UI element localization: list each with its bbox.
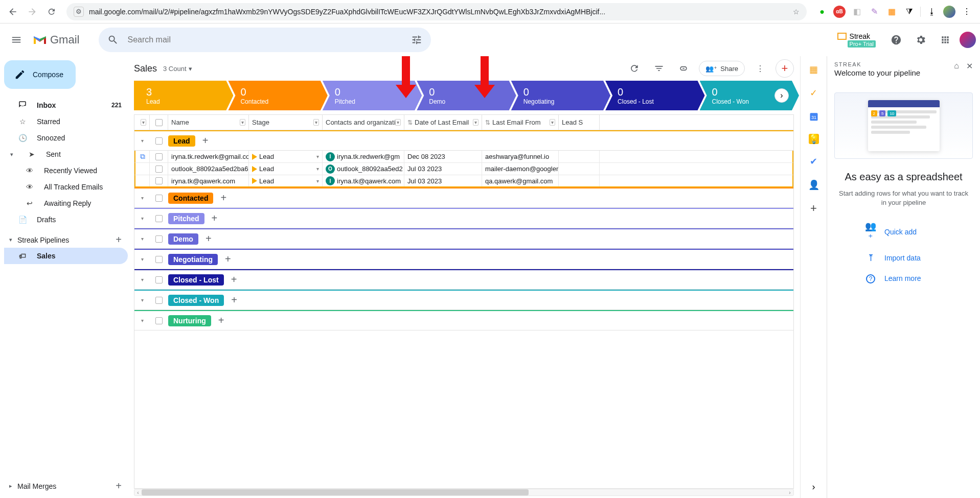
main-menu-button[interactable] (4, 28, 29, 52)
rail-streak-icon[interactable]: ▦ (808, 63, 820, 76)
group-row-lead[interactable]: ▾Lead+ (134, 130, 793, 151)
forward-button[interactable] (24, 3, 41, 20)
funnel-scroll-right[interactable]: › (774, 88, 789, 103)
panel-close-icon[interactable]: ✕ (966, 61, 973, 71)
rail-calendar-icon[interactable]: 31 (808, 110, 820, 123)
cell-name[interactable]: iryna.tk.redwerk@gmail.com (168, 151, 249, 162)
add-pipeline-button[interactable]: + (116, 234, 122, 246)
chevron-down-icon[interactable]: ▾ (134, 318, 150, 323)
header-check[interactable] (150, 115, 168, 130)
link-button[interactable] (674, 59, 693, 78)
compose-button[interactable]: Compose (4, 60, 76, 89)
group-add-button[interactable]: + (212, 212, 218, 224)
pipelines-section-header[interactable]: ▾ Streak Pipelines + (4, 232, 128, 248)
header-contacts[interactable]: Contacts and organizations▾ (323, 115, 404, 130)
chevron-down-icon[interactable]: ▾ (134, 216, 150, 221)
group-add-button[interactable]: + (220, 192, 226, 204)
rail-contacts-icon[interactable]: 👤 (808, 179, 820, 191)
refresh-button[interactable] (625, 59, 644, 78)
rail-check-icon[interactable]: ✓ (808, 87, 820, 99)
nav-item-all-tracked-emails[interactable]: 👁All Tracked Emails (4, 179, 128, 195)
pipeline-item-sales[interactable]: 🏷 Sales (4, 248, 128, 264)
nav-item-awaiting-reply[interactable]: ↩Awaiting Reply (4, 195, 128, 211)
rail-keep-icon[interactable]: 💡 (809, 134, 819, 144)
chevron-down-icon[interactable]: ▾ (134, 256, 150, 262)
nav-item-recently-viewed[interactable]: 👁Recently Viewed (4, 162, 128, 179)
rail-tasks-icon[interactable]: ✔ (808, 155, 820, 168)
chevron-down-icon[interactable]: ▾ (134, 138, 150, 144)
header-stage[interactable]: Stage▾ (249, 115, 323, 130)
group-row-closed-won[interactable]: ▾Closed - Won+ (134, 290, 793, 310)
profile-avatar-icon[interactable] (943, 6, 955, 18)
rail-add-icon[interactable]: + (808, 202, 820, 215)
cell-name[interactable]: iryna.tk@qawerk.com (168, 175, 249, 186)
group-row-negotiating[interactable]: ▾Negotiating+ (134, 249, 793, 269)
ext-icon-1[interactable]: ● (816, 6, 828, 18)
group-row-nurturing[interactable]: ▾Nurturing+ (134, 310, 793, 330)
scroll-right-icon[interactable]: › (786, 490, 793, 495)
group-checkbox[interactable] (150, 137, 168, 145)
group-add-button[interactable]: + (225, 253, 231, 265)
filter-button[interactable] (650, 59, 668, 78)
add-box-button[interactable]: + (776, 59, 794, 78)
cell-leadsource[interactable] (559, 175, 600, 186)
rail-collapse-icon[interactable]: › (808, 481, 820, 493)
chevron-down-icon[interactable]: ▾ (134, 236, 150, 242)
cell-stage[interactable]: Lead▾ (249, 175, 323, 186)
cell-stage[interactable]: Lead▾ (249, 163, 323, 175)
group-add-button[interactable]: + (231, 294, 237, 306)
row-checkbox[interactable] (150, 175, 168, 186)
browser-menu-icon[interactable]: ⋮ (961, 6, 973, 18)
group-row-demo[interactable]: ▾Demo+ (134, 228, 793, 249)
help-icon[interactable] (886, 30, 906, 50)
ext-icon-3[interactable]: ◧ (851, 6, 863, 18)
gmail-logo[interactable]: Gmail (33, 33, 79, 46)
funnel-stage-demo[interactable]: 0Demo (417, 81, 516, 110)
group-add-button[interactable]: + (206, 233, 212, 245)
group-row-contacted[interactable]: ▾Contacted+ (134, 187, 793, 208)
header-from[interactable]: ⇅Last Email From▾ (482, 115, 559, 130)
group-checkbox[interactable] (150, 215, 168, 222)
funnel-stage-contacted[interactable]: 0Contacted (228, 81, 327, 110)
header-name[interactable]: Name▾ (168, 115, 249, 130)
extensions-menu-icon[interactable]: ⧩ (903, 6, 915, 18)
scroll-thumb[interactable] (142, 489, 529, 495)
nav-item-snoozed[interactable]: 🕓Snoozed (4, 130, 128, 146)
panel-action-quick-add[interactable]: 👥⁺Quick add (834, 221, 973, 243)
group-add-button[interactable]: + (218, 315, 224, 326)
search-box[interactable] (99, 28, 431, 52)
group-checkbox[interactable] (150, 235, 168, 243)
funnel-stage-closed-lost[interactable]: 0Closed - Lost (605, 81, 704, 110)
site-settings-icon[interactable]: ⚙ (74, 7, 84, 17)
ext-icon-4[interactable]: ✎ (868, 6, 880, 18)
url-bar[interactable]: ⚙ mail.google.com/mail/u/2/#pipeline/agx… (66, 3, 807, 20)
header-date[interactable]: ⇅Date of Last Email▾ (404, 115, 482, 130)
row-action[interactable] (135, 175, 150, 186)
popout-icon[interactable]: ⧉ (140, 152, 145, 161)
streak-header-badge[interactable]: Streak Pro+ Trial (837, 32, 876, 48)
back-button[interactable] (4, 3, 21, 20)
count-selector[interactable]: 3 Count ▾ (163, 65, 192, 73)
funnel-stage-negotiating[interactable]: 0Negotiating (511, 81, 610, 110)
chevron-down-icon[interactable]: ▾ (134, 277, 150, 282)
horizontal-scrollbar[interactable]: ‹ › (134, 489, 794, 496)
row-checkbox[interactable] (150, 163, 168, 175)
nav-item-drafts[interactable]: 📄Drafts (4, 211, 128, 228)
cell-leadsource[interactable] (559, 163, 600, 175)
ext-icon-5[interactable]: ▦ (885, 6, 898, 18)
row-checkbox[interactable] (150, 151, 168, 162)
reload-button[interactable] (43, 3, 60, 20)
group-add-button[interactable]: + (231, 274, 237, 286)
search-input[interactable] (123, 35, 406, 44)
cell-stage[interactable]: Lead▾ (249, 151, 323, 162)
apps-icon[interactable] (935, 30, 955, 50)
table-row[interactable]: iryna.tk@qawerk.comLead▾Iiryna.tk@qawerk… (134, 175, 793, 187)
more-button[interactable]: ⋮ (751, 59, 769, 78)
header-leadsource[interactable]: Lead S (559, 115, 600, 130)
nav-item-inbox[interactable]: Inbox221 (4, 97, 128, 113)
nav-item-starred[interactable]: ☆Starred (4, 113, 128, 130)
cell-contacts[interactable]: Iiryna.tk@qawerk.com (323, 175, 404, 186)
group-checkbox[interactable] (150, 317, 168, 324)
group-checkbox[interactable] (150, 256, 168, 263)
panel-action-import-data[interactable]: ⤒Import data (834, 252, 973, 264)
